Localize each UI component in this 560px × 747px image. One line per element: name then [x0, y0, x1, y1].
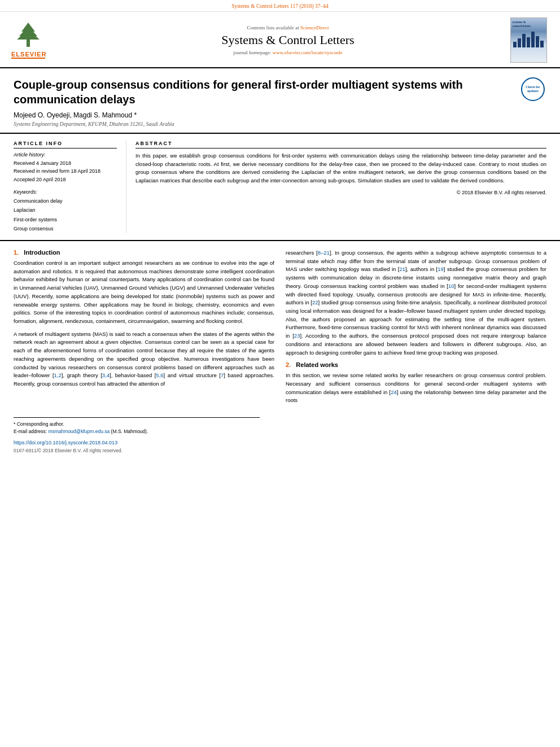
- section1-para2: A network of multiagent systems (MAS) is…: [14, 330, 274, 388]
- body-col-right: researchers [8–21]. In group consensus, …: [286, 249, 546, 409]
- abstract-label: ABSTRACT: [135, 141, 546, 148]
- article-history-label: Article history:: [14, 152, 117, 158]
- page-wrapper: Systems & Control Letters 117 (2018) 37–…: [0, 0, 560, 747]
- doi-area: https://doi.org/10.1016/j.sysconle.2018.…: [0, 435, 560, 448]
- article-title-area: Couple-group consensus conditions for ge…: [0, 68, 560, 134]
- check-updates-circle: Check for updates: [521, 77, 545, 101]
- header-area: ELSEVIER Contents lists available at Sci…: [0, 12, 560, 68]
- received-revised-date: Received in revised form 18 April 2018: [14, 167, 117, 175]
- section2-heading: 2. Related works: [286, 361, 546, 368]
- keyword-3: First-order systems: [14, 215, 117, 224]
- journal-cover: systems &control letters: [508, 18, 549, 63]
- received-date-1: Received 4 January 2018: [14, 159, 117, 167]
- cover-image: systems &control letters: [510, 18, 547, 63]
- header-center: Contents lists available at ScienceDirec…: [73, 25, 502, 55]
- article-main-title: Couple-group consensus conditions for ge…: [14, 77, 514, 107]
- journal-top-bar: Systems & Control Letters 117 (2018) 37–…: [0, 0, 560, 12]
- article-info-col: ARTICLE INFO Article history: Received 4…: [14, 141, 126, 233]
- body-col-left: 1. Introduction Coordination control is …: [14, 249, 274, 409]
- abstract-text: In this paper, we establish group consen…: [135, 152, 546, 185]
- article-affiliation: Systems Engineering Department, KFUPM, D…: [14, 121, 514, 127]
- email-line: E-mail address: msmahmoud@kfupm.edu.sa (…: [14, 428, 260, 435]
- footnote-area-wrapper: * Corresponding author. E-mail address: …: [0, 417, 560, 435]
- doi-link[interactable]: https://doi.org/10.1016/j.sysconle.2018.…: [14, 440, 117, 445]
- section1-right-para1: researchers [8–21]. In group consensus, …: [286, 249, 546, 357]
- accepted-date: Accepted 20 April 2018: [14, 176, 117, 184]
- check-updates-badge: Check for updates: [519, 77, 546, 101]
- sciencedirect-link[interactable]: ScienceDirect: [300, 25, 329, 30]
- elsevier-wordmark: ELSEVIER: [11, 51, 46, 58]
- journal-homepage-line: journal homepage: www.elsevier.com/locat…: [73, 50, 502, 55]
- journal-title: Systems & Control Letters: [73, 33, 502, 47]
- svg-marker-3: [17, 29, 40, 40]
- elsevier-logo-area: ELSEVIER: [11, 21, 68, 59]
- keywords-label: Keywords:: [14, 189, 117, 195]
- article-info-abstract-area: ARTICLE INFO Article history: Received 4…: [0, 134, 560, 241]
- cover-chart: [513, 30, 544, 47]
- contents-line: Contents lists available at ScienceDirec…: [73, 25, 502, 30]
- section2-para1: In this section, we review some related …: [286, 372, 546, 405]
- author-email[interactable]: msmahmoud@kfupm.edu.sa: [48, 429, 110, 434]
- keyword-2: Laplacian: [14, 206, 117, 215]
- section1-para1: Coordination control is an important sub…: [14, 259, 274, 326]
- body-two-col: 1. Introduction Coordination control is …: [14, 249, 546, 409]
- section1-heading: 1. Introduction: [14, 249, 274, 256]
- article-info-label: ARTICLE INFO: [14, 141, 117, 148]
- body-area: 1. Introduction Coordination control is …: [0, 241, 560, 417]
- corresponding-author-note: * Corresponding author.: [14, 421, 260, 428]
- keywords-section: Keywords: Communication delay Laplacian …: [14, 189, 117, 233]
- article-title-content: Couple-group consensus conditions for ge…: [14, 77, 514, 127]
- copyright-line: © 2018 Elsevier B.V. All rights reserved…: [135, 190, 546, 195]
- journal-citation: Systems & Control Letters 117 (2018) 37–…: [231, 3, 329, 9]
- issn-line: 0167-6911/© 2018 Elsevier B.V. All right…: [0, 448, 560, 458]
- abstract-col: ABSTRACT In this paper, we establish gro…: [126, 141, 546, 233]
- keyword-4: Group consensus: [14, 224, 117, 233]
- article-authors: Mojeed O. Oyedeji, Magdi S. Mahmoud *: [14, 111, 514, 119]
- keyword-1: Communication delay: [14, 196, 117, 206]
- journal-homepage-url[interactable]: www.elsevier.com/locate/sysconle: [273, 50, 343, 55]
- svg-rect-0: [27, 38, 30, 47]
- footnote-area: * Corresponding author. E-mail address: …: [14, 417, 260, 435]
